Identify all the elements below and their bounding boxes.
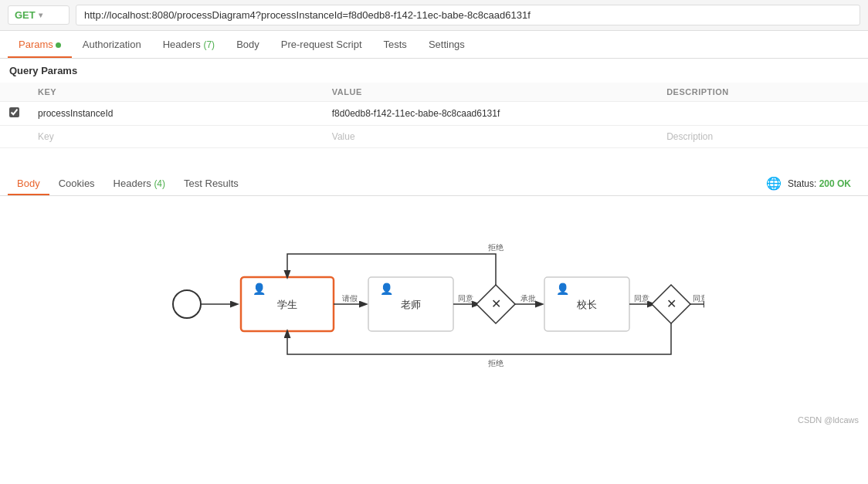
label-tongyi4: 同意 <box>693 294 704 303</box>
empty-description[interactable]: Description <box>657 126 868 148</box>
teacher-icon: 👤 <box>380 283 394 296</box>
globe-icon: 🌐 <box>766 176 782 191</box>
request-tabs: Params Authorization Headers (7) Body Pr… <box>0 31 868 59</box>
col-desc-header: DESCRIPTION <box>657 83 868 102</box>
empty-value[interactable]: Value <box>323 126 657 148</box>
col-key-header: KEY <box>29 83 323 102</box>
diagram-area: 👤 学生 请假 👤 老师 同意 ✕ 承批 👤 校长 同意 ✕ 同意 <box>0 196 868 412</box>
principal-icon: 👤 <box>556 283 570 296</box>
label-tongyi3: 同意 <box>634 294 649 303</box>
footer: CSDN @ldcaws <box>0 412 868 428</box>
gateway1-x: ✕ <box>491 297 501 310</box>
tab-authorization[interactable]: Authorization <box>72 31 152 58</box>
tab-response-headers[interactable]: Headers (4) <box>104 171 175 195</box>
row-description[interactable] <box>657 102 868 126</box>
empty-checkbox-cell <box>0 126 29 148</box>
tab-prerequest[interactable]: Pre-request Script <box>270 31 373 58</box>
tab-tests[interactable]: Tests <box>373 31 418 58</box>
params-dot <box>56 42 61 48</box>
tab-body[interactable]: Body <box>225 31 270 58</box>
row-checkbox[interactable] <box>9 107 19 117</box>
table-row-empty: Key Value Description <box>0 126 868 148</box>
status-label: Status: 200 OK <box>788 178 851 189</box>
table-row: processInstanceId f8d0edb8-f142-11ec-bab… <box>0 102 868 126</box>
row-value[interactable]: f8d0edb8-f142-11ec-babe-8c8caad6131f <box>323 102 657 126</box>
label-tongyi1: 同意 <box>458 294 473 303</box>
student-label: 学生 <box>277 299 297 310</box>
gateway2-x: ✕ <box>666 297 676 310</box>
teacher-label: 老师 <box>401 299 421 310</box>
start-event <box>173 290 201 318</box>
url-input[interactable] <box>76 5 860 25</box>
tab-response-cookies[interactable]: Cookies <box>49 171 104 195</box>
method-dropdown[interactable]: GET ▾ <box>8 5 70 25</box>
method-label: GET <box>15 9 36 21</box>
url-bar: GET ▾ <box>0 0 868 31</box>
tab-settings[interactable]: Settings <box>418 31 476 58</box>
status-bar: 🌐 Status: 200 OK <box>757 173 860 194</box>
tab-response-test-results[interactable]: Test Results <box>175 171 248 195</box>
label-qingjia: 请假 <box>342 294 358 303</box>
tab-params[interactable]: Params <box>8 31 72 58</box>
response-tabs: Body Cookies Headers (4) Test Results 🌐 … <box>0 171 868 196</box>
row-key[interactable]: processInstanceId <box>29 102 323 126</box>
reject-bottom-label: 拒绝 <box>487 359 504 367</box>
row-checkbox-cell[interactable] <box>0 102 29 126</box>
chevron-down-icon: ▾ <box>39 11 42 19</box>
label-tongyi2: 承批 <box>520 294 536 303</box>
reject-top-label: 拒绝 <box>487 243 504 252</box>
tab-response-body[interactable]: Body <box>8 171 49 195</box>
col-value-header: VALUE <box>323 83 657 102</box>
empty-key[interactable]: Key <box>29 126 323 148</box>
params-table: KEY VALUE DESCRIPTION processInstanceId … <box>0 83 868 148</box>
query-params-header: Query Params <box>0 59 868 83</box>
student-icon: 👤 <box>253 283 266 296</box>
col-checkbox <box>0 83 29 102</box>
principal-label: 校长 <box>576 299 597 310</box>
tab-headers[interactable]: Headers (7) <box>152 31 225 58</box>
process-diagram: 👤 学生 请假 👤 老师 同意 ✕ 承批 👤 校长 同意 ✕ 同意 <box>164 219 704 389</box>
